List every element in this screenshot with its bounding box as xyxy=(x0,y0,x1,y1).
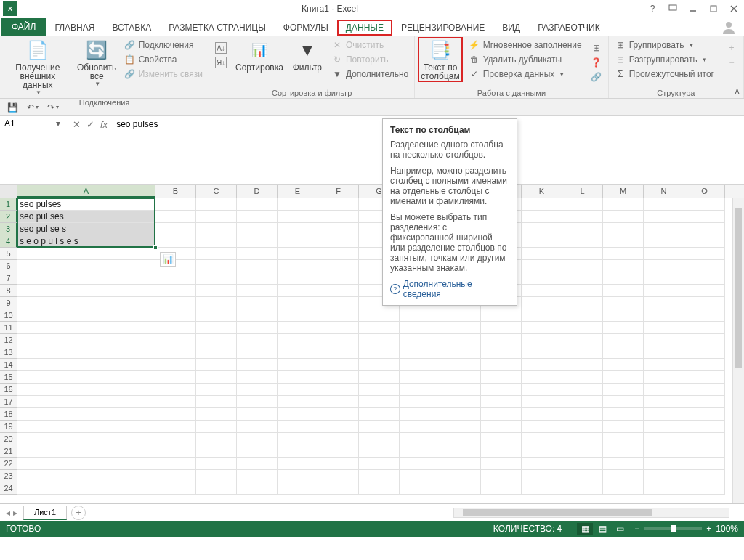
cell-C20[interactable] xyxy=(196,433,237,445)
cell-O17[interactable] xyxy=(684,396,725,408)
cell-M18[interactable] xyxy=(603,408,644,421)
cell-M4[interactable] xyxy=(603,235,644,248)
cell-A2[interactable]: seo pul ses xyxy=(17,211,155,223)
cell-K7[interactable] xyxy=(522,272,562,285)
cell-N4[interactable] xyxy=(644,235,684,248)
cell-D17[interactable] xyxy=(237,396,278,408)
cell-O6[interactable] xyxy=(684,260,725,272)
cell-N5[interactable] xyxy=(644,248,684,260)
cell-H24[interactable] xyxy=(400,482,440,495)
cell-F18[interactable] xyxy=(318,408,359,421)
relationships-button[interactable]: 🔗 xyxy=(588,70,605,84)
col-header-D[interactable]: D xyxy=(237,185,278,198)
cell-N3[interactable] xyxy=(644,223,684,235)
accept-formula-icon[interactable]: ✓ xyxy=(86,119,94,130)
cell-A16[interactable] xyxy=(17,384,155,396)
sort-asc-button[interactable]: A↓ xyxy=(212,41,230,54)
name-box-dropdown-icon[interactable]: ▾ xyxy=(51,116,65,129)
cell-A15[interactable] xyxy=(17,371,155,384)
cell-J13[interactable] xyxy=(481,346,522,359)
cell-B16[interactable] xyxy=(155,384,196,396)
cell-E2[interactable] xyxy=(278,211,318,223)
cell-J12[interactable] xyxy=(481,334,522,346)
cell-G12[interactable] xyxy=(359,334,400,346)
cell-J10[interactable] xyxy=(481,309,522,322)
cell-O4[interactable] xyxy=(684,235,725,248)
cell-I14[interactable] xyxy=(440,359,481,371)
show-detail-button[interactable]: + xyxy=(723,41,740,54)
cell-A12[interactable] xyxy=(17,334,155,346)
flash-fill-button[interactable]: ⚡Мгновенное заполнение xyxy=(466,38,585,52)
cell-C7[interactable] xyxy=(196,272,237,285)
cell-D2[interactable] xyxy=(237,211,278,223)
cell-O16[interactable] xyxy=(684,384,725,396)
cell-M8[interactable] xyxy=(603,285,644,297)
cell-O12[interactable] xyxy=(684,334,725,346)
cell-A10[interactable] xyxy=(17,309,155,322)
cell-F21[interactable] xyxy=(318,445,359,458)
view-pagebreak-button[interactable]: ▭ xyxy=(612,523,628,535)
cell-A5[interactable] xyxy=(17,248,155,260)
cell-F11[interactable] xyxy=(318,322,359,334)
row-header-3[interactable]: 3 xyxy=(0,223,17,235)
cell-C10[interactable] xyxy=(196,309,237,322)
cell-N18[interactable] xyxy=(644,408,684,421)
insert-function-icon[interactable]: fx xyxy=(100,119,108,130)
row-header-19[interactable]: 19 xyxy=(0,421,17,433)
cell-A24[interactable] xyxy=(17,482,155,495)
cell-M3[interactable] xyxy=(603,223,644,235)
cell-F12[interactable] xyxy=(318,334,359,346)
cell-J24[interactable] xyxy=(481,482,522,495)
consolidate-button[interactable]: ⊞ xyxy=(588,41,605,54)
cell-C12[interactable] xyxy=(196,334,237,346)
name-box[interactable]: ▾ xyxy=(0,116,68,184)
cell-C5[interactable] xyxy=(196,248,237,260)
cell-E22[interactable] xyxy=(278,458,318,470)
cell-E12[interactable] xyxy=(278,334,318,346)
row-header-6[interactable]: 6 xyxy=(0,260,17,272)
cell-C13[interactable] xyxy=(196,346,237,359)
cell-L9[interactable] xyxy=(562,297,603,309)
cell-G18[interactable] xyxy=(359,408,400,421)
cell-N19[interactable] xyxy=(644,421,684,433)
cell-B2[interactable] xyxy=(155,211,196,223)
col-header-L[interactable]: L xyxy=(562,185,603,198)
tab-nav-first-icon[interactable]: ◂ xyxy=(6,508,10,518)
cell-H15[interactable] xyxy=(400,371,440,384)
cell-K20[interactable] xyxy=(522,433,562,445)
cell-N23[interactable] xyxy=(644,470,684,482)
row-header-16[interactable]: 16 xyxy=(0,384,17,396)
cell-O15[interactable] xyxy=(684,371,725,384)
cell-B17[interactable] xyxy=(155,396,196,408)
cell-A23[interactable] xyxy=(17,470,155,482)
cell-H19[interactable] xyxy=(400,421,440,433)
cell-I17[interactable] xyxy=(440,396,481,408)
cell-I12[interactable] xyxy=(440,334,481,346)
cell-I18[interactable] xyxy=(440,408,481,421)
cell-E6[interactable] xyxy=(278,260,318,272)
cell-K19[interactable] xyxy=(522,421,562,433)
cell-E3[interactable] xyxy=(278,223,318,235)
cell-O19[interactable] xyxy=(684,421,725,433)
cell-E10[interactable] xyxy=(278,309,318,322)
cell-N16[interactable] xyxy=(644,384,684,396)
cell-N1[interactable] xyxy=(644,198,684,211)
cell-I13[interactable] xyxy=(440,346,481,359)
cell-G11[interactable] xyxy=(359,322,400,334)
cell-G24[interactable] xyxy=(359,482,400,495)
cell-I24[interactable] xyxy=(440,482,481,495)
cell-G10[interactable] xyxy=(359,309,400,322)
cell-F3[interactable] xyxy=(318,223,359,235)
cell-J21[interactable] xyxy=(481,445,522,458)
cell-E18[interactable] xyxy=(278,408,318,421)
cell-K2[interactable] xyxy=(522,211,562,223)
cell-I20[interactable] xyxy=(440,433,481,445)
row-header-2[interactable]: 2 xyxy=(0,211,17,223)
properties-button[interactable]: 📋Свойства xyxy=(121,53,206,66)
cell-F20[interactable] xyxy=(318,433,359,445)
cell-L3[interactable] xyxy=(562,223,603,235)
cell-E17[interactable] xyxy=(278,396,318,408)
cell-L17[interactable] xyxy=(562,396,603,408)
row-header-13[interactable]: 13 xyxy=(0,346,17,359)
cell-M21[interactable] xyxy=(603,445,644,458)
